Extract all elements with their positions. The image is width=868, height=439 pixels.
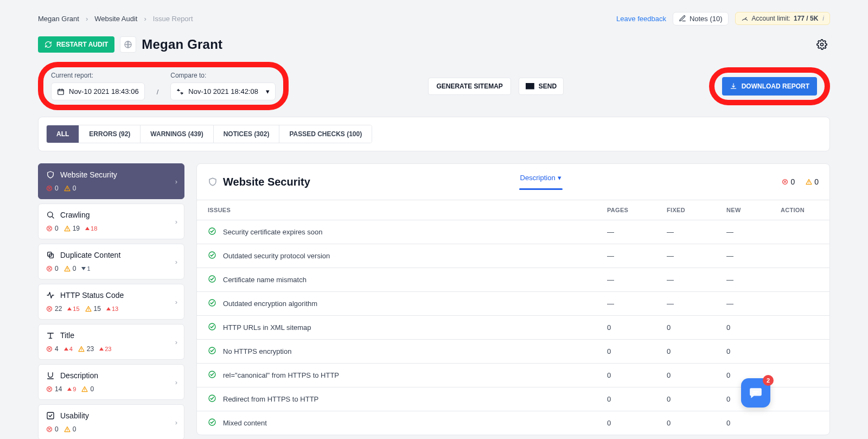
nav-label: Duplicate Content [60,251,120,259]
issue-row[interactable]: Redirect from HTTPS to HTTP000 [197,387,829,411]
issue-name: Security certificate expires soon [223,228,323,236]
section-counts: 0 0 [782,177,819,186]
warning-icon [64,265,71,272]
fixed-value: 0 [656,411,716,435]
nav-stats: 44 2323 [46,345,176,353]
error-count: 0 [46,225,59,232]
compare-to-value: Nov-10 2021 18:42:08 [188,87,258,96]
sidebar: Website Security 0 0›Crawling 0 1918›Dup… [38,163,184,439]
check-circle-icon [208,251,216,259]
error-count: 14 [46,385,62,393]
issue-row[interactable]: rel="canonical" from HTTPS to HTTP000 [197,364,829,387]
nav-label: Crawling [60,211,90,219]
content: Website SecurityDescription ▾ 0 0ISSUESP… [196,163,830,439]
nav-stats: 0 1918 [46,225,176,232]
new-value: — [716,244,770,268]
filter-tab[interactable]: WARNINGS (439) [141,125,213,143]
error-icon [46,426,53,432]
issue-row[interactable]: Outdated encryption algorithm——— [197,292,829,316]
new-value: — [716,268,770,292]
activity-icon [46,291,55,300]
issue-cell: No HTTPS encryption [208,346,585,357]
current-report-col: Current report: Nov-10 2021 18:43:06 [51,72,145,100]
breadcrumb-b[interactable]: Website Audit [94,15,137,23]
sidebar-item[interactable]: Website Security 0 0› [38,163,184,199]
issue-row[interactable]: No HTTPS encryption000 [197,340,829,364]
account-limit-pill[interactable]: Account limit: 177 / 5K i [735,12,830,25]
site-icon-badge [120,36,136,53]
error-icon [46,306,53,312]
section-warning-count: 0 [806,177,819,186]
sidebar-item[interactable]: Crawling 0 1918› [38,203,184,239]
new-value: 0 [716,340,770,364]
info-icon: i [822,15,824,22]
filter-tab[interactable]: ERRORS (92) [79,125,141,143]
issue-name: Mixed content [223,419,267,427]
action-buttons: GENERATE SITEMAP SEND [428,78,564,95]
error-count: 0 [46,184,59,192]
sidebar-item[interactable]: Duplicate Content 0 01› [38,244,184,279]
compare-to-picker[interactable]: Nov-10 2021 18:42:08 ▾ [170,82,276,100]
col-pages: PAGES [596,200,656,220]
filter-tab[interactable]: ALL [47,125,79,143]
pages-value: — [596,292,656,316]
limit-label: Account limit: [752,15,790,22]
generate-sitemap-button[interactable]: GENERATE SITEMAP [428,78,510,95]
top-right-links: Leave feedback Notes (10) Account limit:… [616,12,830,26]
chevron-right-icon: › [175,338,177,346]
pages-value: 0 [596,340,656,364]
error-delta: 15 [67,306,79,312]
restart-audit-button[interactable]: RESTART AUDIT [38,36,114,53]
filter-tab[interactable]: PASSED CHECKS (100) [279,125,372,143]
error-delta: 9 [67,386,76,392]
issue-row[interactable]: Outdated security protocol version——— [197,244,829,268]
breadcrumb-a[interactable]: Megan Grant [38,15,79,23]
chat-fab[interactable]: 2 [741,378,770,408]
error-icon [46,225,53,232]
shield-icon [208,177,218,187]
issue-row[interactable]: HTTP URLs in XML sitemap000 [197,316,829,340]
issue-cell: HTTP URLs in XML sitemap [208,322,585,333]
issue-row[interactable]: Security certificate expires soon——— [197,220,829,244]
sidebar-item[interactable]: Usability 0 0› [38,404,184,439]
issue-cell: Security certificate expires soon [208,227,585,237]
swap-icon [176,88,184,96]
current-report-picker[interactable]: Nov-10 2021 18:43:06 [51,82,145,100]
svg-point-4 [48,212,53,217]
nav-head: HTTP Status Code [46,291,176,300]
nav-head: Duplicate Content [46,251,176,259]
col-fixed: FIXED [656,200,716,220]
issue-row[interactable]: Mixed content000 [197,411,829,435]
nav-stats: 2215 1513 [46,305,176,313]
settings-button[interactable] [814,36,830,53]
chevron-right-icon: › [144,15,146,23]
issue-name: Certificate name mismatch [223,276,307,284]
send-label: SEND [539,82,557,90]
download-report-button[interactable]: DOWNLOAD REPORT [722,77,817,96]
description-tab[interactable]: Description ▾ [519,174,563,190]
fixed-value: 0 [656,387,716,411]
filter-panel: ALLERRORS (92)WARNINGS (439)NOTICES (302… [38,117,830,151]
notes-button[interactable]: Notes (10) [673,12,729,26]
leave-feedback-link[interactable]: Leave feedback [616,15,666,23]
send-button[interactable]: SEND [519,78,564,95]
issue-row[interactable]: Certificate name mismatch——— [197,268,829,292]
sidebar-item[interactable]: Description 149 0› [38,364,184,400]
filter-tab[interactable]: NOTICES (302) [214,125,280,143]
section-head: Website SecurityDescription ▾ 0 0 [197,164,829,200]
warning-icon [64,225,71,232]
pages-value: 0 [596,364,656,387]
download-label: DOWNLOAD REPORT [742,82,809,90]
new-value: 0 [716,316,770,340]
chevron-right-icon: › [86,15,88,23]
svg-rect-2 [58,89,64,94]
current-report-label: Current report: [51,72,145,79]
error-count: 4 [46,345,59,353]
chevron-right-icon: › [175,298,177,306]
nav-head: Title [46,331,176,340]
section-error-count: 0 [782,177,795,186]
error-delta: 4 [64,346,73,352]
sidebar-item[interactable]: HTTP Status Code 2215 1513› [38,284,184,320]
fixed-value: — [656,292,716,316]
sidebar-item[interactable]: Title 44 2323› [38,324,184,360]
